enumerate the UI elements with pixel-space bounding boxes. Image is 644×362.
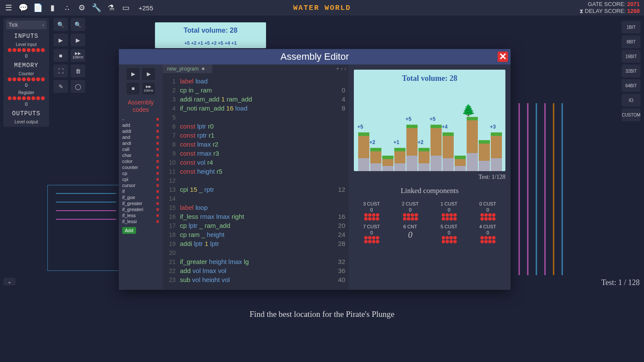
opcode-color[interactable]: color✖ <box>121 158 161 164</box>
delete-icon[interactable]: ✖ <box>156 177 159 182</box>
opcode-if[interactable]: if✖ <box>121 188 161 194</box>
add-opcode-button[interactable]: Add <box>122 227 136 234</box>
level-input-val: 0 <box>6 53 46 58</box>
prompt-text: Find the best location for the Pirate's … <box>0 310 644 319</box>
file-tab[interactable]: new_program <box>163 64 212 73</box>
chat-icon[interactable]: 💬 <box>19 3 28 12</box>
editor-sidebar: ▶▶ ■▶▶10kHz Assemblycodes -✖add✖addi✖and… <box>119 64 163 290</box>
opcode-cpi[interactable]: cpi✖ <box>121 176 161 182</box>
plus-count: +255 <box>139 4 153 12</box>
inputs-header: INPUTS <box>6 33 46 40</box>
component: 5 CUST0 <box>440 224 458 243</box>
test-counter: Test: 1/128 <box>354 174 505 181</box>
bg-preview: Total volume: 28 +5 +2 +1 +5 +2 +5 +4 +1 <box>155 22 266 48</box>
delete-icon[interactable]: ✖ <box>156 117 159 122</box>
chip-icon[interactable]: ▭ <box>121 3 130 12</box>
opcode-if_greateri[interactable]: if_greateri✖ <box>121 206 161 212</box>
zoom-out-icon[interactable]: 🔍 <box>53 18 68 31</box>
delete-icon[interactable]: ✖ <box>156 147 159 152</box>
tick-dropdown[interactable]: Tick- <box>6 21 46 29</box>
file-icon[interactable]: 📄 <box>34 3 42 12</box>
edit-icon[interactable]: ✎ <box>53 80 68 93</box>
panel-toggle[interactable]: ⌄ <box>3 278 15 285</box>
opcode-if_goe[interactable]: if_goe✖ <box>121 194 161 200</box>
wrench-icon[interactable]: 🔧 <box>92 3 101 12</box>
tree-icon[interactable]: ⛬ <box>63 3 71 12</box>
flask-icon[interactable]: ⚗ <box>107 3 115 12</box>
memory-header: MEMORY <box>6 62 46 69</box>
component: 4 CUST0 <box>479 224 496 243</box>
editor-play-icon[interactable]: ▶ <box>142 68 155 80</box>
delete-icon[interactable]: ✖ <box>156 201 159 206</box>
opcode-char[interactable]: char✖ <box>121 152 161 158</box>
counter-val: 0 <box>6 83 46 88</box>
opcode--[interactable]: -✖ <box>121 116 161 122</box>
assembly-editor: Assembly Editor ✕ ▶▶ ■▶▶10kHz Assemblyco… <box>119 49 511 290</box>
opcode-and[interactable]: and✖ <box>121 134 161 140</box>
control-grid: 🔍 🔍 ▶ ▶ ■ ▶▶10kHz ⛶ 🗑 ✎ ◯ <box>53 18 85 93</box>
delete-icon[interactable]: ✖ <box>156 159 159 164</box>
opcode-cp[interactable]: cp✖ <box>121 170 161 176</box>
counter-label: Counter <box>6 71 46 76</box>
delete-icon[interactable]: ✖ <box>156 129 159 134</box>
step-icon[interactable]: ▶ <box>53 34 68 46</box>
delete-icon[interactable]: ✖ <box>156 207 159 212</box>
opcode-if_greater[interactable]: if_greater✖ <box>121 200 161 206</box>
close-icon[interactable]: ✕ <box>498 52 508 62</box>
play-icon[interactable]: ▶ <box>71 34 85 46</box>
opcode-andi[interactable]: andi✖ <box>121 140 161 146</box>
component: 2 CUST0 <box>402 201 419 221</box>
component: 1 CUST0 <box>440 201 458 221</box>
register-leds <box>6 96 46 100</box>
delete-icon[interactable]: ✖ <box>156 171 159 176</box>
editor-preview-panel: Total volume: 28 +5+2+1+5+2+5+4+1+3🌲 Tes… <box>349 64 511 290</box>
bit-io[interactable]: IO <box>622 94 641 107</box>
gear-icon[interactable]: ⚙ <box>77 3 86 12</box>
delete-icon[interactable]: ✖ <box>156 165 159 170</box>
bg-circuit-right <box>511 103 614 279</box>
linked-components-header: Linked components <box>354 187 505 195</box>
opcode-counter[interactable]: counter✖ <box>121 164 161 170</box>
opcode-if_lessi[interactable]: if_lessi✖ <box>121 218 161 224</box>
bit-64bit[interactable]: 64BIT <box>622 79 641 92</box>
delete-icon[interactable]: ✖ <box>156 153 159 158</box>
zoom-in-icon[interactable]: 🔍 <box>71 18 85 31</box>
bit-1bit[interactable]: 1BIT <box>622 21 641 34</box>
counter-leds <box>6 77 46 81</box>
opcode-cursor[interactable]: cursor✖ <box>121 182 161 188</box>
component: 6 CNT0 <box>402 224 419 243</box>
editor-stop-icon[interactable]: ■ <box>127 83 139 95</box>
input-leds <box>6 48 46 52</box>
delete-icon[interactable]: ✖ <box>156 123 159 128</box>
level-input-label: Level input <box>6 42 46 47</box>
delete-icon[interactable]: ✖ <box>156 213 159 218</box>
delete-icon[interactable]: ✖ <box>156 219 159 224</box>
bit-16bit[interactable]: 16BIT <box>622 50 641 63</box>
code-area[interactable]: new_program + ‹ › 1label load2cp in _ ra… <box>163 64 349 290</box>
book-icon[interactable]: ▮ <box>48 3 57 12</box>
bit-8bit[interactable]: 8BIT <box>622 35 641 48</box>
delete-icon[interactable]: ✖ <box>156 195 159 200</box>
outputs-header: OUTPUTS <box>6 110 46 117</box>
delete-icon[interactable]: ✖ <box>156 189 159 194</box>
delete-icon[interactable]: ✖ <box>156 183 159 188</box>
opcode-add[interactable]: add✖ <box>121 122 161 128</box>
delete-icon[interactable]: ✖ <box>156 135 159 140</box>
select-icon[interactable]: ⛶ <box>53 64 68 77</box>
trash-icon[interactable]: 🗑 <box>71 64 85 77</box>
opcode-addi[interactable]: addi✖ <box>121 128 161 134</box>
menu-icon[interactable]: ☰ <box>4 3 13 12</box>
component: 7 CUST0 <box>363 224 380 243</box>
color-icon[interactable]: ◯ <box>71 80 85 93</box>
tab-nav[interactable]: + ‹ › <box>336 65 346 72</box>
editor-step-icon[interactable]: ▶ <box>127 68 139 80</box>
asm-codes-header: Assemblycodes <box>121 99 161 114</box>
delete-icon[interactable]: ✖ <box>156 141 159 146</box>
opcode-call[interactable]: call✖ <box>121 146 161 152</box>
bit-32bit[interactable]: 32BIT <box>622 64 641 77</box>
bit-custom[interactable]: CUSTOM <box>622 108 641 121</box>
stop-icon[interactable]: ■ <box>53 49 68 62</box>
opcode-if_less[interactable]: if_less✖ <box>121 212 161 218</box>
editor-ff-icon[interactable]: ▶▶10kHz <box>142 83 155 95</box>
ff-icon[interactable]: ▶▶10kHz <box>71 49 85 62</box>
